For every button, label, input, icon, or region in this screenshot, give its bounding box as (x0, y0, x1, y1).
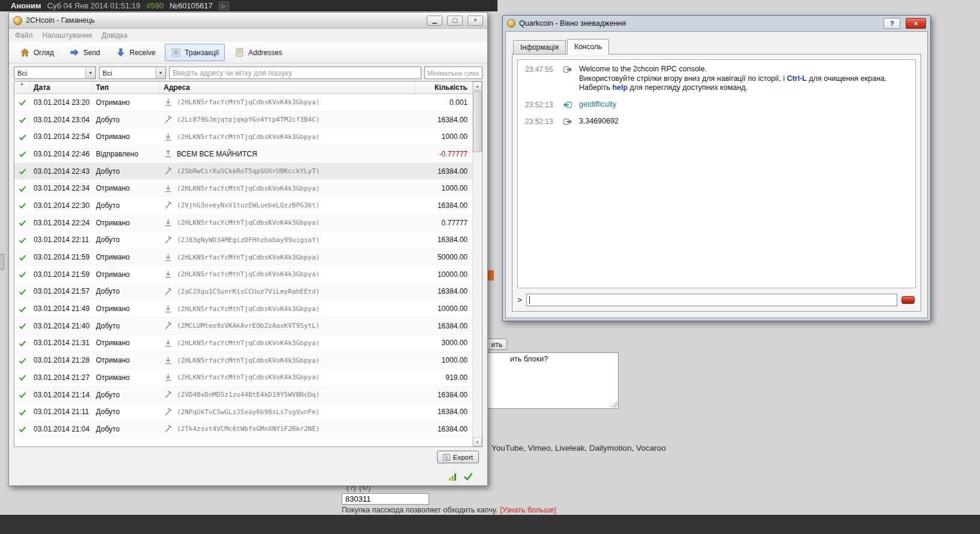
confirmed-check-icon (19, 254, 26, 261)
status-cell (14, 391, 30, 399)
table-row[interactable]: 03.01.2014 21:11Добуто(2NPqUkToCSwGLzJ5x… (14, 403, 472, 421)
passcode-link[interactable]: [Узнать больше] (500, 506, 556, 514)
close-button[interactable]: × (468, 16, 483, 26)
confirmed-check-icon (19, 408, 26, 416)
console-titlebar[interactable]: Quarkcoin - Вікно зневадження ? × (505, 16, 928, 31)
address-cell: (2HLKN5rfacYcMthTjqCdbsKVoK4k3Gbpya) (160, 373, 415, 382)
menu-file[interactable]: Файл (15, 31, 33, 40)
text-cursor (529, 296, 530, 304)
captcha-input[interactable] (342, 493, 429, 505)
status-cell (14, 236, 30, 244)
table-scrollbar[interactable]: ▲ ▼ (472, 82, 482, 446)
tab-information[interactable]: Інформація (513, 40, 566, 54)
console-message: 23:47:55Welcome to the 2chcoin RPC conso… (519, 65, 913, 93)
amount-column-header[interactable]: Кількість (415, 82, 472, 93)
export-button[interactable]: Export (437, 451, 479, 463)
left-edge-tab[interactable] (0, 254, 4, 270)
tab-console[interactable]: Консоль (567, 39, 609, 55)
menu-help[interactable]: Довідка (101, 31, 127, 40)
debug-console-window: Quarkcoin - Вікно зневадження ? × Інформ… (502, 15, 931, 321)
address-text: (2HLKN5rfacYcMthTjqCdbsKVoK4k3Gbpya) (177, 305, 319, 313)
table-row[interactable]: 03.01.2014 21:59Отримано(2HLKN5rfacYcMth… (14, 249, 472, 266)
wallet-toolbar: ОглядSendReceiveТранзакціїAddresses (9, 42, 487, 64)
table-row[interactable]: 03.01.2014 21:31Отримано(2HLKN5rfacYcMth… (14, 335, 472, 352)
table-row[interactable]: 03.01.2014 21:28Отримано(2HLKN5rfacYcMth… (14, 352, 472, 369)
table-row[interactable]: 03.01.2014 22:46ВідправленоВСЕМ ВСЕ МАЙН… (14, 146, 472, 163)
post-id-link[interactable]: №60105617 (170, 1, 213, 10)
table-row[interactable]: 03.01.2014 22:34Отримано(2HLKN5rfacYcMth… (14, 180, 472, 197)
table-row[interactable]: 03.01.2014 22:11Добуто(2J83gNyWD34MEgizD… (14, 232, 472, 249)
status-column-header[interactable]: ▴ (14, 82, 30, 93)
wallet-titlebar[interactable]: 2CHcoin - Гаманець ▁ ▢ × (9, 13, 487, 29)
address-text: (2Lc879GJmjqtpjqkpYGo4Ytp4TM2cf3B4C) (177, 116, 319, 123)
confirmed-check-icon (19, 133, 26, 141)
received-icon (164, 356, 173, 365)
toolbar-addresses-button[interactable]: Addresses (228, 44, 288, 61)
type-column-header[interactable]: Тип (92, 82, 160, 93)
amount-cell: 10000.00 (415, 304, 472, 313)
table-rows: 03.01.2014 23:20Отримано(2HLKN5rfacYcMth… (14, 94, 472, 438)
address-text: (2Tk4zsvt4VCMc6tWbfxGMnXNYiF2Rkr2NE) (177, 425, 319, 433)
help-button[interactable]: ? (883, 18, 900, 29)
table-row[interactable]: 03.01.2014 23:20Отримано(2HLKN5rfacYcMth… (14, 94, 472, 111)
toolbar-send-button[interactable]: Send (64, 44, 106, 61)
mined-icon (164, 167, 173, 176)
menu-settings[interactable]: Налаштування (43, 31, 92, 40)
date-cell: 03.01.2014 21:49 (30, 304, 92, 313)
scroll-down-button[interactable]: ▼ (473, 438, 482, 446)
console-input[interactable] (526, 294, 897, 306)
table-row[interactable]: 03.01.2014 21:04Добуто(2Tk4zsvt4VCMc6tWb… (14, 421, 472, 438)
address-text: (2HLKN5rfacYcMthTjqCdbsKVoK4k3Gbpya) (177, 254, 319, 261)
table-row[interactable]: 03.01.2014 22:30Добуто(2VjhG3oxeyNxV1tuz… (14, 197, 472, 215)
transactions-table: ▴ Дата Тип Адреса Кількість 03.01.2014 2… (14, 81, 483, 447)
close-icon: × (474, 17, 477, 23)
scrollbar-thumb[interactable] (473, 91, 482, 152)
table-row[interactable]: 03.01.2014 23:04Добуто(2Lc879GJmjqtpjqkp… (14, 111, 472, 129)
type-cell: Добуто (92, 408, 160, 416)
scroll-up-button[interactable]: ▲ (473, 82, 482, 90)
search-input[interactable] (169, 67, 421, 79)
address-text: (2HLKN5rfacYcMthTjqCdbsKVoK4k3Gbpya) (177, 357, 319, 364)
minimize-button[interactable]: ▁ (427, 16, 442, 26)
min-amount-input[interactable] (424, 67, 483, 79)
table-row[interactable]: 03.01.2014 21:59Отримано(2HLKN5rfacYcMth… (14, 266, 472, 283)
message-segment: Наберіть (579, 83, 612, 92)
table-row[interactable]: 03.01.2014 21:40Добуто(2MCLUMteo9sVKAkAv… (14, 318, 472, 335)
confirmed-check-icon (19, 339, 26, 347)
mined-icon (164, 408, 173, 417)
console-output[interactable]: 23:47:55Welcome to the 2chcoin RPC conso… (517, 59, 916, 288)
type-filter-select[interactable]: Всі ▾ (99, 67, 166, 79)
type-cell: Відправлено (92, 150, 160, 158)
table-row[interactable]: 03.01.2014 21:49Отримано(2HLKN5rfacYcMth… (14, 300, 472, 318)
post-number-link[interactable]: #590 (146, 1, 164, 10)
confirmed-check-icon (19, 201, 26, 209)
table-row[interactable]: 03.01.2014 22:24Отримано(2HLKN5rfacYcMth… (14, 215, 472, 232)
sent-icon (164, 149, 173, 158)
address-text: (2HLKN5rfacYcMthTjqCdbsKVoK4k3Gbpya) (177, 339, 319, 347)
table-row[interactable]: 03.01.2014 22:54Отримано(2HLKN5rfacYcMth… (14, 128, 472, 146)
mined-icon (164, 424, 173, 433)
status-cell (14, 373, 30, 381)
toolbar-overview-button[interactable]: Огляд (14, 44, 60, 61)
date-column-header[interactable]: Дата (30, 82, 92, 93)
status-cell (14, 357, 30, 364)
maximize-button[interactable]: ▢ (447, 16, 463, 26)
toolbar-transactions-button[interactable]: Транзакції (165, 44, 225, 61)
play-icon[interactable]: ▷ (219, 2, 229, 10)
date-filter-select[interactable]: Всі ▾ (14, 67, 96, 79)
addresses-icon (234, 47, 245, 58)
address-text: (2aC2Xgu1CSunrKisCCUuz7ViLmyRahEEtd) (177, 288, 319, 295)
clear-console-button[interactable] (901, 296, 915, 304)
table-row[interactable]: 03.01.2014 22:43Добуто(2SbRwCirXuSCkkRoT… (14, 163, 472, 180)
table-row[interactable]: 03.01.2014 21:27Отримано(2HLKN5rfacYcMth… (14, 369, 472, 387)
amount-cell: 16384.00 (415, 116, 472, 124)
table-row[interactable]: 03.01.2014 21:57Добуто(2aC2Xgu1CSunrKisC… (14, 283, 472, 301)
toolbar-receive-button[interactable]: Receive (110, 44, 161, 61)
status-cell (14, 185, 30, 192)
table-row[interactable]: 03.01.2014 21:14Добуто(2VD4BvDoMDSz1zu44… (14, 387, 472, 404)
close-button[interactable]: × (906, 18, 926, 29)
confirmed-check-icon (19, 357, 26, 364)
received-icon (164, 253, 173, 262)
date-cell: 03.01.2014 21:40 (30, 322, 92, 330)
address-column-header[interactable]: Адреса (160, 82, 415, 93)
